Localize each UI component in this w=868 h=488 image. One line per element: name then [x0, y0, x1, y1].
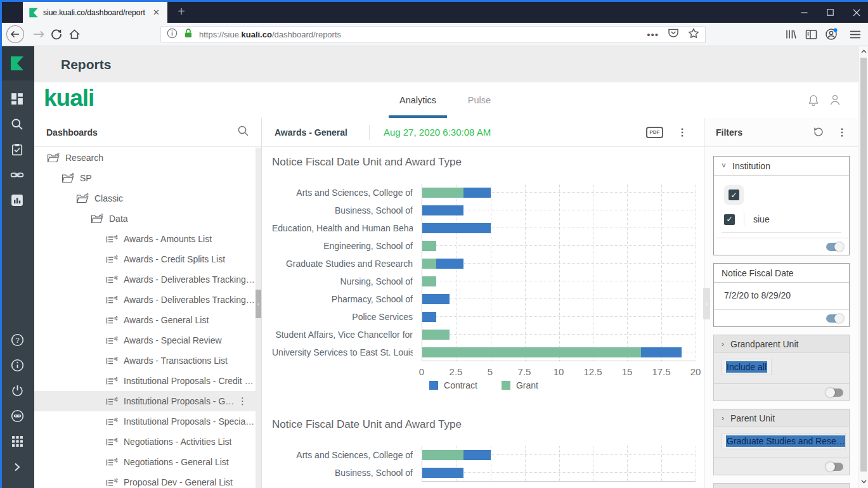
stacked-bar[interactable]: [422, 330, 696, 340]
reload-button[interactable]: [48, 23, 65, 46]
bot-icon[interactable]: [10, 409, 25, 423]
power-icon[interactable]: [10, 383, 25, 398]
tab-close-icon[interactable]: ✕: [151, 8, 162, 17]
dashboard-icon[interactable]: [10, 91, 25, 106]
window-maximize-button[interactable]: [827, 9, 834, 16]
institution-filter-toggle[interactable]: [826, 243, 843, 251]
stacked-bar[interactable]: [422, 188, 696, 198]
tree-item-menu-button[interactable]: ⋮: [238, 395, 247, 407]
browser-tab[interactable]: siue.kuali.co/dashboard/report ✕: [23, 0, 167, 23]
menu-hamburger-icon[interactable]: [847, 23, 864, 46]
forward-button[interactable]: [30, 23, 47, 46]
reports-chart-icon[interactable]: [10, 193, 25, 207]
stacked-bar[interactable]: [422, 259, 696, 269]
siue-checkbox[interactable]: ✓: [724, 214, 735, 225]
expand-chevron-icon[interactable]: [10, 459, 25, 474]
bar-segment-contract[interactable]: [463, 450, 491, 460]
bar-segment-grant[interactable]: [422, 241, 436, 251]
user-profile-icon[interactable]: [828, 93, 842, 110]
stacked-bar[interactable]: [422, 223, 696, 233]
stacked-bar[interactable]: [422, 347, 696, 357]
tree-folder-data[interactable]: Data: [34, 209, 256, 229]
account-icon[interactable]: [823, 23, 839, 46]
page-scrollbar[interactable]: [858, 46, 868, 488]
tree-report-institutional-proposals-special-rev[interactable]: Institutional Proposals - Special Rev…: [34, 411, 256, 432]
filters-menu-button[interactable]: ⋮: [837, 129, 847, 136]
scroll-up-icon[interactable]: [859, 46, 868, 56]
stacked-bar[interactable]: [422, 450, 696, 460]
panel-collapse-handle[interactable]: ‹: [256, 290, 261, 318]
select-all-checkbox[interactable]: ✓: [729, 189, 739, 200]
parent-unit-chip[interactable]: Graduate Studies and Rese…: [722, 433, 846, 449]
bar-segment-contract[interactable]: [463, 188, 491, 198]
link-icon[interactable]: [10, 167, 25, 182]
back-button[interactable]: [5, 23, 25, 46]
bar-segment-contract[interactable]: [641, 347, 682, 357]
window-close-button[interactable]: [853, 9, 860, 16]
tree-report-awards-general-list[interactable]: Awards - General List: [34, 310, 256, 330]
bar-segment-grant[interactable]: [422, 188, 463, 198]
tasks-icon[interactable]: [10, 142, 25, 157]
tree-report-awards-amounts-list[interactable]: Awards - Amounts List: [34, 229, 256, 249]
date-range-value[interactable]: 7/2/20 to 8/29/20: [722, 284, 841, 308]
tree-folder-research[interactable]: Research: [34, 148, 256, 168]
tab-pulse[interactable]: Pulse: [460, 82, 498, 118]
notifications-bell-icon[interactable]: [806, 93, 820, 110]
filter-date-header[interactable]: Notice Fiscal Date: [714, 264, 849, 283]
help-icon[interactable]: ?: [10, 333, 25, 347]
window-minimize-button[interactable]: [801, 9, 808, 16]
apps-grid-icon[interactable]: [10, 434, 25, 449]
tab-analytics[interactable]: Analytics: [389, 82, 447, 118]
grandparent-unit-chip[interactable]: Include all: [722, 359, 772, 375]
bar-segment-contract[interactable]: [422, 468, 463, 478]
search-icon[interactable]: [237, 125, 249, 139]
search-icon[interactable]: [10, 117, 25, 131]
tree-report-awards-deliverables-tracking-agg[interactable]: Awards - Deliverables Tracking Agg: [34, 269, 256, 290]
legend-item-grant[interactable]: Grant: [502, 380, 538, 390]
page-actions-icon[interactable]: •••: [647, 29, 659, 40]
tree-report-awards-special-review[interactable]: Awards - Special Review: [34, 330, 256, 350]
tree-scrollbar[interactable]: ‹: [256, 148, 261, 488]
report-timestamp[interactable]: Aug 27, 2020 6:30:08 AM: [384, 127, 491, 138]
stacked-bar[interactable]: [422, 294, 696, 304]
grandparent-filter-toggle[interactable]: [826, 388, 843, 397]
bar-segment-grant[interactable]: [422, 259, 436, 269]
info-icon[interactable]: [10, 358, 25, 373]
filter-grandparent-header[interactable]: › Grandparent Unit: [714, 335, 849, 353]
stacked-bar[interactable]: [422, 468, 696, 478]
stacked-bar[interactable]: [422, 205, 696, 215]
home-button[interactable]: [66, 23, 82, 46]
tree-report-negotiations-general-list[interactable]: Negotiations - General List: [34, 452, 256, 472]
tree-report-proposal-dev-general-list[interactable]: Proposal Dev - General List: [34, 472, 256, 488]
legend-item-contract[interactable]: Contract: [429, 380, 477, 390]
tree-folder-sp[interactable]: SP: [34, 168, 256, 188]
stacked-bar[interactable]: [422, 241, 696, 251]
bar-segment-grant[interactable]: [422, 450, 463, 460]
bar-segment-contract[interactable]: [436, 259, 463, 269]
bar-segment-grant[interactable]: [422, 347, 641, 357]
tree-report-institutional-proposals-credit-split[interactable]: Institutional Proposals - Credit Split…: [34, 371, 256, 391]
tree-report-awards-transactions-list[interactable]: Awards - Transactions List: [34, 350, 256, 371]
filter-institution-header[interactable]: ˅ Institution: [714, 157, 849, 176]
new-tab-button[interactable]: +: [172, 3, 190, 20]
lock-icon[interactable]: [183, 28, 193, 41]
bookmark-star-icon[interactable]: [688, 28, 699, 42]
tree-folder-classic[interactable]: Classic: [34, 188, 256, 209]
tree-report-institutional-proposals-gene[interactable]: Institutional Proposals - Gene…⋮: [34, 391, 256, 411]
export-pdf-button[interactable]: PDF: [646, 127, 663, 138]
bar-segment-contract[interactable]: [422, 205, 463, 215]
stacked-bar[interactable]: [422, 276, 696, 286]
tree-report-awards-deliverables-tracking-list[interactable]: Awards - Deliverables Tracking List: [34, 290, 256, 310]
kuali-logo-icon[interactable]: [0, 46, 34, 80]
bar-segment-contract[interactable]: [422, 312, 436, 322]
stacked-bar[interactable]: [422, 312, 696, 322]
bar-segment-contract[interactable]: [422, 223, 491, 233]
parent-filter-toggle[interactable]: [826, 463, 843, 471]
tree-report-negotiations-activities-list[interactable]: Negotiations - Activities List: [34, 432, 256, 452]
bar-segment-contract[interactable]: [422, 294, 450, 304]
pocket-icon[interactable]: [668, 28, 679, 41]
url-bar[interactable]: https://siue.kuali.co/dashboard/reports …: [160, 26, 706, 43]
sidebars-icon[interactable]: [803, 23, 819, 46]
filter-parent-header[interactable]: › Parent Unit: [714, 409, 849, 427]
filters-collapse-handle[interactable]: ›: [703, 288, 710, 319]
